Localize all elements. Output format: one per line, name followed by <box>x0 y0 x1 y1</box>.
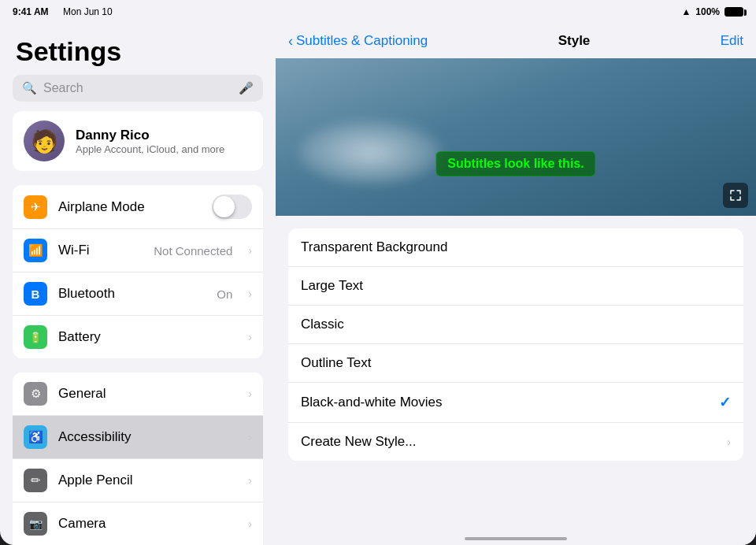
battery-icon <box>724 7 743 17</box>
style-item-outline-text[interactable]: Outline Text <box>288 344 743 383</box>
nav-title: Style <box>558 33 591 49</box>
mic-icon: 🎤 <box>239 81 254 95</box>
transparent-bg-label: Transparent Background <box>301 239 731 255</box>
general-chevron: › <box>248 387 252 400</box>
camera-icon: 📷 <box>24 512 47 536</box>
preview-area: Subtitles look like this. <box>276 58 756 216</box>
battery-settings-icon: 🔋 <box>24 325 47 349</box>
settings-group-1: ✈ Airplane Mode 📶 Wi-Fi Not Connected › … <box>13 185 263 358</box>
account-info: Danny Rico Apple Account, iCloud, and mo… <box>76 128 224 155</box>
bluetooth-label: Bluetooth <box>58 286 206 302</box>
sidebar-item-accessibility[interactable]: ♿ Accessibility › <box>13 416 263 459</box>
style-item-transparent-bg[interactable]: Transparent Background <box>288 228 743 267</box>
bw-movies-check: ✓ <box>719 394 731 411</box>
clouds-decoration <box>299 121 441 184</box>
large-text-label: Large Text <box>301 278 731 294</box>
bw-movies-label: Black-and-white Movies <box>301 395 719 410</box>
camera-label: Camera <box>58 516 237 532</box>
edit-button[interactable]: Edit <box>721 33 743 49</box>
accessibility-chevron: › <box>248 431 252 443</box>
classic-label: Classic <box>301 317 731 332</box>
home-indicator <box>465 537 567 540</box>
bluetooth-chevron: › <box>248 287 252 300</box>
style-list: Transparent Background Large Text Classi… <box>276 216 756 545</box>
nav-bar: ‹ Subtitles & Captioning Style Edit <box>276 24 756 58</box>
wifi-label: Wi-Fi <box>58 243 143 258</box>
general-icon: ⚙ <box>24 382 47 406</box>
settings-title: Settings <box>0 24 276 75</box>
search-input[interactable] <box>43 81 232 95</box>
status-time: 9:41 AM <box>13 6 49 17</box>
airplane-toggle[interactable] <box>212 195 252 219</box>
airplane-label: Airplane Mode <box>58 199 201 215</box>
search-bar[interactable]: 🔍 🎤 <box>13 75 263 102</box>
sidebar-item-camera[interactable]: 📷 Camera › <box>13 502 263 545</box>
pencil-chevron: › <box>248 474 252 487</box>
sidebar: Settings 🔍 🎤 🧑 Danny Rico Apple Account,… <box>0 0 276 545</box>
pencil-icon: ✏ <box>24 469 47 492</box>
account-row[interactable]: 🧑 Danny Rico Apple Account, iCloud, and … <box>13 111 263 171</box>
bluetooth-icon: B <box>24 282 47 306</box>
accessibility-icon: ♿ <box>24 425 47 449</box>
camera-chevron: › <box>248 517 252 530</box>
style-item-large-text[interactable]: Large Text <box>288 267 743 306</box>
account-name: Danny Rico <box>76 128 224 143</box>
sidebar-item-bluetooth[interactable]: B Bluetooth On › <box>13 272 263 316</box>
general-label: General <box>58 386 237 402</box>
pencil-label: Apple Pencil <box>58 473 237 488</box>
toggle-knob <box>213 196 235 217</box>
style-list-inner: Transparent Background Large Text Classi… <box>288 228 743 461</box>
sidebar-item-wifi[interactable]: 📶 Wi-Fi Not Connected › <box>13 229 263 272</box>
create-new-label: Create New Style... <box>301 434 727 450</box>
avatar: 🧑 <box>24 120 65 161</box>
account-subtitle: Apple Account, iCloud, and more <box>76 143 224 155</box>
back-button[interactable]: ‹ Subtitles & Captioning <box>288 33 428 50</box>
status-date: Mon Jun 10 <box>63 6 113 17</box>
fullscreen-button[interactable] <box>723 183 748 208</box>
sidebar-item-battery[interactable]: 🔋 Battery › <box>13 316 263 358</box>
airplane-icon: ✈ <box>24 195 47 219</box>
outline-text-label: Outline Text <box>301 355 731 371</box>
subtitle-preview: Subtitles look like this. <box>435 151 595 176</box>
battery-label: Battery <box>58 329 237 345</box>
battery-chevron: › <box>248 331 252 343</box>
style-item-create-new[interactable]: Create New Style... › <box>288 423 743 461</box>
wifi-icon: ▲ <box>681 6 691 17</box>
status-bar-right: ▲ 100% <box>681 6 743 17</box>
style-item-bw-movies[interactable]: Black-and-white Movies ✓ <box>288 383 743 423</box>
back-chevron-icon: ‹ <box>288 33 293 50</box>
accessibility-label: Accessibility <box>58 429 237 445</box>
back-label: Subtitles & Captioning <box>296 33 428 49</box>
sidebar-item-pencil[interactable]: ✏ Apple Pencil › <box>13 459 263 502</box>
settings-group-2: ⚙ General › ♿ Accessibility › ✏ Apple Pe… <box>13 373 263 545</box>
status-bar: 9:41 AM Mon Jun 10 ▲ 100% <box>0 0 756 24</box>
main-panel: ‹ Subtitles & Captioning Style Edit Subt… <box>276 0 756 545</box>
battery-percent: 100% <box>695 6 720 17</box>
search-icon: 🔍 <box>22 81 37 95</box>
bluetooth-value: On <box>217 287 232 301</box>
sidebar-item-airplane[interactable]: ✈ Airplane Mode <box>13 185 263 229</box>
create-new-chevron: › <box>727 436 731 448</box>
wifi-chevron: › <box>248 244 252 257</box>
wifi-value: Not Connected <box>154 244 232 258</box>
wifi-settings-icon: 📶 <box>24 239 47 262</box>
sidebar-item-general[interactable]: ⚙ General › <box>13 373 263 416</box>
style-item-classic[interactable]: Classic <box>288 306 743 344</box>
